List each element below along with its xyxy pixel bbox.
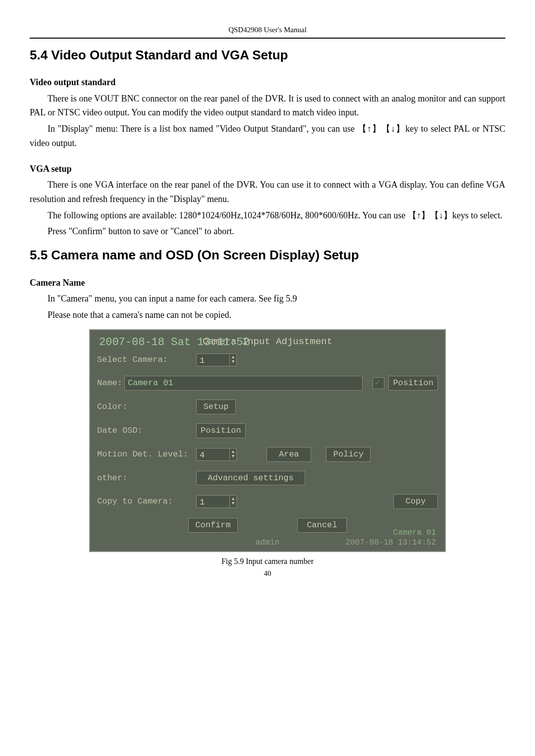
copy-to-row: Copy to Camera: 1 ▲▼ Copy [97,494,438,509]
position-checkbox[interactable] [373,377,384,389]
motion-det-row: Motion Det. Level: 4 ▲▼ Area Policy [97,447,438,462]
camera-input-adjustment-screenshot: 2007-08-18 Sat 13:11:52 Camera Input Adj… [89,329,446,552]
name-label: Name: [97,377,124,389]
paragraph: In "Display" menu: There is a list box n… [30,122,505,151]
area-button[interactable]: Area [267,447,311,462]
status-user: admin [256,537,279,548]
dialog-title: Camera Input Adjustment [203,335,332,349]
running-header: QSD42908 User's Manual [30,25,505,35]
select-camera-value: 1 [197,354,229,366]
motion-det-label: Motion Det. Level: [97,449,196,460]
status-bar: Camera 01 admin 2007-08-18 13:14:52 [97,536,438,548]
cancel-button[interactable]: Cancel [297,518,347,533]
copy-to-spinner[interactable]: 1 ▲▼ [196,495,237,508]
spinner-arrows-icon[interactable]: ▲▼ [229,354,236,366]
section-5-5-title: 5.5 Camera name and OSD (On Screen Displ… [30,246,505,264]
date-osd-row: Date OSD: Position [97,423,438,438]
section-5-4-title: 5.4 Video Output Standard and VGA Setup [30,46,505,64]
name-row: Name: Camera 01 Position [97,376,438,391]
other-row: other: Advanced settings [97,471,438,486]
select-camera-row: Select Camera: 1 ▲▼ [97,353,438,367]
color-setup-button[interactable]: Setup [196,400,236,414]
spinner-arrows-icon[interactable]: ▲▼ [229,449,236,460]
figure-caption: Fig 5.9 Input camera number [30,556,505,567]
paragraph: There is one VGA interface on the rear p… [30,178,505,206]
color-label: Color: [97,401,196,413]
copy-to-value: 1 [197,496,229,507]
date-osd-label: Date OSD: [97,425,196,437]
screenshot-title-row: 2007-08-18 Sat 13:11:52 Camera Input Adj… [97,335,438,348]
date-osd-position-button[interactable]: Position [196,423,246,438]
other-label: other: [97,472,196,484]
policy-button[interactable]: Policy [326,447,371,462]
header-rule [30,38,505,39]
spinner-arrows-icon[interactable]: ▲▼ [229,496,236,507]
confirm-cancel-row: Confirm Cancel [97,518,438,533]
status-timestamp: 2007-08-18 13:14:52 [346,537,436,548]
copy-button[interactable]: Copy [393,494,438,509]
name-position-button[interactable]: Position [388,376,438,391]
page-number: 40 [30,568,505,579]
select-camera-spinner[interactable]: 1 ▲▼ [196,353,237,366]
paragraph: The following options are available: 128… [30,208,505,223]
paragraph: Please note that a camera's name can not… [30,308,505,322]
vga-setup-heading: VGA setup [30,163,505,175]
paragraph: There is one VOUT BNC connector on the r… [30,92,505,120]
paragraph: Press "Confirm" button to save or "Cance… [30,224,505,239]
copy-to-label: Copy to Camera: [97,496,196,507]
select-camera-label: Select Camera: [97,354,196,366]
video-output-standard-heading: Video output standard [30,76,505,89]
name-input[interactable]: Camera 01 [124,376,363,391]
motion-det-spinner[interactable]: 4 ▲▼ [196,448,237,461]
advanced-settings-button[interactable]: Advanced settings [196,471,305,486]
color-row: Color: Setup [97,400,438,414]
confirm-button[interactable]: Confirm [188,518,238,533]
motion-det-value: 4 [197,449,229,460]
paragraph: In "Camera" menu, you can input a name f… [30,292,505,306]
camera-name-heading: Camera Name [30,277,505,289]
